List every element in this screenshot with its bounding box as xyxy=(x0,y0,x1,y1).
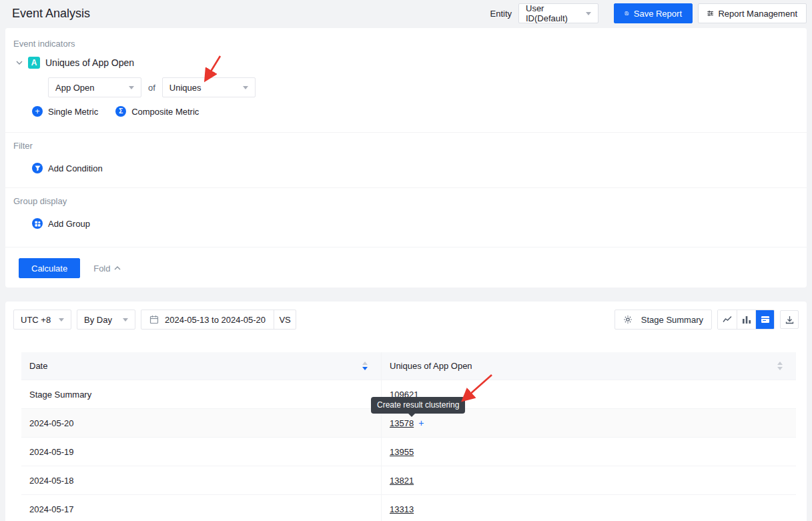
gear-icon xyxy=(623,315,637,324)
cell-date: 2024-05-18 xyxy=(21,466,381,494)
funnel-circle-icon xyxy=(32,163,43,173)
toolbar-right: Stage Summary xyxy=(615,310,799,330)
save-report-label: Save Report xyxy=(634,9,682,19)
entity-select[interactable]: User ID(Default) xyxy=(518,3,598,23)
divider xyxy=(5,247,807,247)
stage-summary-label: Stage Summary xyxy=(641,315,703,325)
table-row: 2024-05-18 13821 xyxy=(21,466,796,495)
date-column-label: Date xyxy=(29,361,47,371)
collapse-chevron-icon[interactable] xyxy=(13,61,25,65)
divider xyxy=(5,132,807,133)
save-report-button[interactable]: Save Report xyxy=(614,3,693,23)
metric-badge: A xyxy=(28,57,40,69)
results-table: Date Uniques of App Open Stage Summary 1… xyxy=(21,352,796,521)
table-view-button[interactable] xyxy=(755,310,774,329)
cell-date: 2024-05-19 xyxy=(21,438,381,466)
cell-date: 2024-05-17 xyxy=(21,495,381,521)
date-range-value: 2024-05-13 to 2024-05-20 xyxy=(165,315,266,325)
query-footer: Calculate Fold xyxy=(19,258,807,278)
metric-sort-control[interactable] xyxy=(777,362,788,370)
page-title: Event Analysis xyxy=(12,7,90,21)
cell-value: 13955 xyxy=(381,438,796,466)
group-grid-icon xyxy=(32,218,43,229)
download-button[interactable] xyxy=(780,310,799,329)
metric-config-row: App Open of Uniques xyxy=(48,77,807,97)
cell-date: Stage Summary xyxy=(21,380,381,408)
add-group-button[interactable]: Add Group xyxy=(32,217,807,229)
divider xyxy=(5,187,807,188)
save-icon xyxy=(625,9,629,18)
cell-date: 2024-05-20 xyxy=(21,409,381,437)
value-link[interactable]: 13578 xyxy=(390,418,414,428)
event-analysis-page: Event Analysis Entity User ID(Default) S… xyxy=(0,0,812,521)
results-toolbar: UTC +8 By Day 2024-05-13 to 2024-05-20 V… xyxy=(13,310,799,330)
fold-label: Fold xyxy=(93,264,110,274)
timezone-select[interactable]: UTC +8 xyxy=(13,310,71,330)
chevron-down-icon xyxy=(59,318,64,322)
date-range-control: 2024-05-13 to 2024-05-20 VS xyxy=(141,310,296,330)
value-link[interactable]: 13821 xyxy=(390,476,414,486)
metric-actions-row: + Single Metric Σ Composite Metric xyxy=(32,105,807,117)
value-link[interactable]: 13955 xyxy=(390,447,414,457)
table-header-row: Date Uniques of App Open xyxy=(21,352,796,380)
view-switcher xyxy=(717,310,775,330)
granularity-select[interactable]: By Day xyxy=(77,310,135,330)
header-cell-date: Date xyxy=(21,352,381,380)
download-icon xyxy=(785,316,794,324)
report-management-button[interactable]: Report Management xyxy=(698,3,807,23)
plus-circle-icon[interactable]: + xyxy=(32,106,43,117)
event-indicators-label: Event indicators xyxy=(13,39,807,49)
top-bar: Event Analysis Entity User ID(Default) S… xyxy=(0,0,812,27)
sliders-icon xyxy=(707,9,713,18)
cell-value: 13313 xyxy=(381,495,796,521)
metric-title: Uniques of App Open xyxy=(45,57,134,68)
header-cell-metric: Uniques of App Open xyxy=(381,352,796,380)
sigma-circle-icon[interactable]: Σ xyxy=(115,106,126,117)
metric-column-label: Uniques of App Open xyxy=(390,361,472,371)
value-link[interactable]: 13313 xyxy=(390,504,414,514)
add-condition-button[interactable]: Add Condition xyxy=(32,162,807,174)
table-row: 2024-05-19 13955 xyxy=(21,438,796,466)
filter-label: Filter xyxy=(13,141,807,151)
stage-summary-button[interactable]: Stage Summary xyxy=(615,310,712,330)
chevron-down-icon xyxy=(243,86,248,89)
event-select-value: App Open xyxy=(55,83,95,93)
top-bar-actions: Entity User ID(Default) Save Report Repo… xyxy=(490,3,807,23)
group-display-label: Group display xyxy=(13,196,807,207)
calculate-button[interactable]: Calculate xyxy=(19,258,80,278)
query-builder-card: Event indicators A Uniques of App Open A… xyxy=(5,28,807,288)
indicator-row: A Uniques of App Open xyxy=(13,56,807,69)
add-group-label: Add Group xyxy=(48,219,90,229)
table-row: 2024-05-17 13313 xyxy=(21,495,796,521)
entity-label: Entity xyxy=(490,9,512,19)
calendar-icon xyxy=(149,315,159,324)
timezone-value: UTC +8 xyxy=(21,315,51,325)
vs-compare-button[interactable]: VS xyxy=(274,310,296,329)
bar-chart-view-button[interactable] xyxy=(737,310,755,329)
line-chart-icon xyxy=(723,316,732,324)
date-range-picker[interactable]: 2024-05-13 to 2024-05-20 xyxy=(141,310,274,329)
date-sort-control[interactable] xyxy=(362,362,373,370)
create-clustering-plus-button[interactable]: + xyxy=(418,418,424,428)
cell-value: 13821 xyxy=(381,466,796,494)
of-label: of xyxy=(148,83,155,93)
entity-select-value: User ID(Default) xyxy=(526,3,580,23)
chevron-down-icon xyxy=(123,318,128,322)
table-view-icon xyxy=(761,316,770,324)
granularity-value: By Day xyxy=(84,315,112,325)
add-condition-label: Add Condition xyxy=(48,163,103,173)
tooltip-caret xyxy=(408,414,415,417)
chevron-down-icon xyxy=(129,86,134,89)
composite-metric-button[interactable]: Composite Metric xyxy=(131,107,199,117)
fold-toggle[interactable]: Fold xyxy=(93,264,120,274)
event-select[interactable]: App Open xyxy=(48,77,141,97)
aggregation-select[interactable]: Uniques xyxy=(162,77,256,97)
create-result-clustering-tooltip: Create result clustering xyxy=(371,397,465,414)
tooltip-text: Create result clustering xyxy=(377,400,459,410)
aggregation-select-value: Uniques xyxy=(169,83,201,93)
single-metric-button[interactable]: Single Metric xyxy=(48,107,98,117)
line-chart-view-button[interactable] xyxy=(718,310,737,329)
bar-chart-icon xyxy=(742,316,751,324)
report-management-label: Report Management xyxy=(718,9,797,19)
chevron-down-icon xyxy=(586,12,591,15)
